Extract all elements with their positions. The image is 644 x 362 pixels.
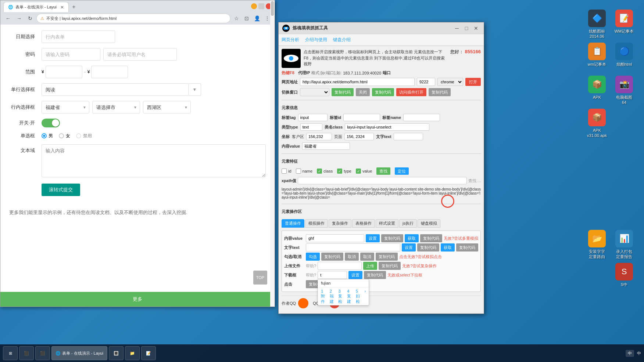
date-input[interactable] bbox=[42, 30, 115, 43]
tab-close-btn[interactable]: ✕ bbox=[60, 5, 64, 10]
autocomplete-num-5[interactable]: 5 妇检 bbox=[356, 289, 363, 304]
district-select[interactable]: 西湖区 bbox=[143, 101, 191, 113]
op-text-input[interactable] bbox=[306, 243, 400, 251]
province-select[interactable]: 福建省 bbox=[42, 101, 89, 113]
desktop-icon-6[interactable]: 📸 电脑截图64 bbox=[610, 73, 638, 108]
taskbar-item-2[interactable]: ⬛ bbox=[35, 346, 50, 360]
maximize-btn[interactable] bbox=[258, 3, 264, 9]
op-text-copy2-btn[interactable]: 复制代码 bbox=[456, 243, 478, 251]
id-input[interactable] bbox=[343, 114, 380, 121]
browser-select[interactable]: chrome bbox=[437, 78, 463, 86]
op-set-btn[interactable]: 设置 bbox=[366, 234, 380, 242]
op-upload-input[interactable] bbox=[318, 262, 362, 270]
query-btn[interactable]: 查找 bbox=[376, 167, 390, 175]
desktop-icon-2[interactable]: 📝 WM记事本 bbox=[610, 7, 638, 36]
define-btn[interactable]: 定位 bbox=[395, 167, 409, 175]
top-btn[interactable]: TOP bbox=[253, 271, 267, 285]
tool-close-btn[interactable]: ✕ bbox=[472, 24, 480, 32]
forward-btn[interactable]: → bbox=[14, 14, 24, 23]
xpath-input[interactable] bbox=[298, 177, 466, 184]
desktop-icon-1[interactable]: 🔷 炫酷图标 2014.06 bbox=[583, 7, 611, 41]
autocomplete-item-1[interactable]: fujian bbox=[318, 279, 369, 287]
eye-capture-btn[interactable] bbox=[282, 49, 301, 68]
op-check-btn[interactable]: 勾选 bbox=[306, 253, 320, 261]
taskbar-item-1[interactable]: ⬛ bbox=[19, 346, 34, 360]
qq-author-item[interactable]: 作者QQ bbox=[282, 298, 308, 308]
autocomplete-num-4[interactable]: 4 复建 bbox=[347, 289, 354, 304]
desktop-icon-4[interactable]: 🔵 炫酷html bbox=[610, 40, 638, 69]
port-input[interactable] bbox=[417, 78, 435, 86]
type-input[interactable] bbox=[300, 123, 322, 131]
text-input[interactable] bbox=[394, 133, 423, 140]
switch-toggle[interactable] bbox=[42, 119, 60, 127]
taskbar-item-3[interactable]: 🔳 bbox=[109, 346, 124, 360]
tag-input[interactable] bbox=[298, 114, 328, 121]
op-copy2-btn[interactable]: 复制代码 bbox=[420, 234, 442, 242]
cb-id[interactable]: id bbox=[282, 169, 291, 174]
op-tab-normal[interactable]: 普通操作 bbox=[282, 219, 304, 228]
browser-tab-active[interactable]: 🌐 表单 - 在线演示 - Layui ✕ bbox=[3, 2, 69, 12]
url-input[interactable] bbox=[300, 78, 415, 86]
textarea-input[interactable] bbox=[42, 144, 266, 177]
op-tab-keyboard[interactable]: 键盘模拟 bbox=[418, 219, 440, 228]
autocomplete-num-3[interactable]: 3 复检 bbox=[338, 289, 346, 304]
op-tab-js[interactable]: js执行 bbox=[399, 219, 417, 228]
desktop-icon-9[interactable]: 📊 录入打包定量报告 bbox=[610, 228, 638, 262]
rotate-submit-btn[interactable]: 滚转式提交 bbox=[42, 184, 80, 196]
taskbar-browser[interactable]: 🌐 表单 - 在线演示 - Layui bbox=[51, 346, 107, 360]
single-select[interactable]: 阅读 bbox=[42, 83, 189, 96]
cb-value[interactable]: ✓ value bbox=[356, 169, 372, 174]
desktop-icon-11[interactable]: 📂 安装字字定量路由 bbox=[583, 228, 611, 262]
browser-scrollbar[interactable] bbox=[270, 0, 275, 307]
op-upload-btn[interactable]: 上传 bbox=[363, 262, 377, 270]
desktop-icon-5[interactable]: 📦 APK bbox=[583, 73, 611, 102]
op-download-set-btn[interactable]: 设置 bbox=[348, 271, 362, 279]
start-btn[interactable]: ⊞ bbox=[3, 346, 18, 360]
op-upload-copy-btn[interactable]: 复制代码 bbox=[379, 262, 401, 270]
autocomplete-input[interactable] bbox=[318, 271, 347, 279]
plugin-btn[interactable]: 访问插件打开 bbox=[396, 88, 426, 96]
content-input[interactable] bbox=[302, 142, 350, 150]
autocomplete-num-1[interactable]: 1 附件 bbox=[321, 289, 328, 304]
bottom-bar[interactable]: 更多 bbox=[0, 292, 275, 307]
page-input[interactable] bbox=[344, 133, 374, 140]
pwd-input2[interactable] bbox=[103, 48, 177, 61]
radio-female[interactable]: 女 bbox=[59, 133, 70, 139]
tool-maximize-btn[interactable]: □ bbox=[462, 24, 471, 32]
op-click-hint[interactable]: 点击无效?尝试模拟点击 bbox=[399, 254, 442, 260]
copy-code-btn1[interactable]: 复制代码 bbox=[332, 88, 354, 96]
back-btn[interactable]: ← bbox=[3, 14, 13, 23]
screenshot-btn[interactable]: ⊡ bbox=[242, 14, 251, 23]
taskbar-item-5[interactable]: 📝 bbox=[141, 346, 156, 360]
op-copy4-btn[interactable]: 取消 bbox=[360, 253, 374, 261]
range-input2[interactable] bbox=[91, 66, 128, 78]
op-text-get-btn[interactable]: 获取 bbox=[441, 243, 455, 251]
name-input[interactable] bbox=[403, 114, 440, 121]
taskbar-lang[interactable]: 中 bbox=[626, 350, 634, 357]
city-select[interactable]: 请选择市 bbox=[92, 101, 140, 113]
op-text-copy-btn[interactable]: 复制代码 bbox=[417, 243, 439, 251]
op-tab-complex[interactable]: 复杂操作 bbox=[329, 219, 351, 228]
select-dropdown-btn[interactable]: ▼ bbox=[189, 83, 201, 96]
pwd-input1[interactable] bbox=[42, 48, 100, 61]
address-bar[interactable]: ⚠ 不安全 | layui.apixx.net/demo/form.html bbox=[36, 14, 230, 23]
cb-class[interactable]: ✓ class bbox=[317, 169, 333, 174]
profile-btn[interactable]: 👤 bbox=[253, 14, 261, 23]
new-tab-btn[interactable]: + bbox=[69, 2, 79, 12]
op-text-set-btn[interactable]: 设置 bbox=[402, 243, 416, 251]
minimize-btn[interactable] bbox=[251, 3, 257, 9]
op-uncheck-btn[interactable]: 取消 bbox=[345, 253, 359, 261]
class-input[interactable] bbox=[345, 123, 429, 131]
cb-name[interactable]: name bbox=[296, 169, 313, 174]
autocomplete-more[interactable]: › bbox=[364, 289, 366, 304]
radio-male[interactable]: 男 bbox=[42, 133, 53, 139]
copy-code-btn2[interactable]: 复制代码 bbox=[372, 88, 394, 96]
nav-intro[interactable]: 介绍与使用 bbox=[305, 36, 327, 44]
op-value-input[interactable] bbox=[306, 234, 364, 242]
op-copy3-btn[interactable]: 复制代码 bbox=[321, 253, 343, 261]
switch-select[interactable] bbox=[300, 88, 329, 96]
bookmark-btn[interactable]: ☆ bbox=[232, 14, 241, 23]
client-input[interactable] bbox=[306, 133, 332, 140]
desktop-icon-7[interactable]: 📦 APKv31.00.apk bbox=[583, 106, 611, 141]
autocomplete-num-2[interactable]: 2 福建 bbox=[330, 289, 337, 304]
